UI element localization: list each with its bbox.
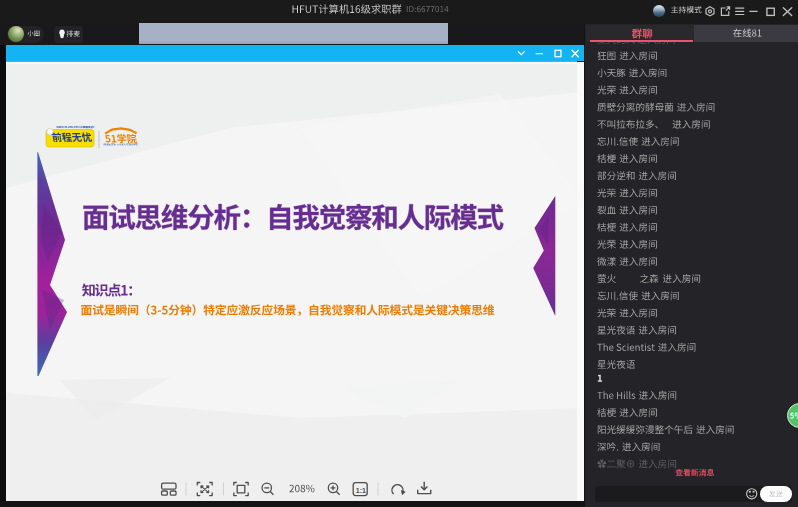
svg-text:1:1: 1:1 [356,487,366,494]
